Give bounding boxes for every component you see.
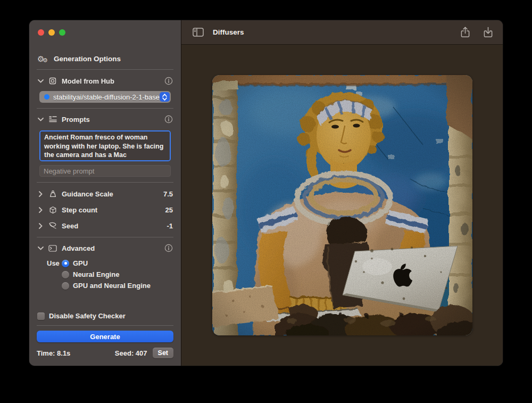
model-section-header[interactable]: Model from Hub bbox=[37, 74, 173, 88]
sidebar-toggle-icon bbox=[193, 28, 204, 37]
radio-neural-engine[interactable]: Neural Engine bbox=[62, 270, 151, 278]
status-bar: Time: 8.1s Seed: 407 Set bbox=[37, 348, 173, 358]
cube-steps-icon bbox=[48, 206, 57, 214]
chevron-down-icon bbox=[37, 118, 44, 121]
compute-unit-group: Use GPU Neural Engine GPU and Neural Eng… bbox=[37, 259, 173, 292]
seed-row[interactable]: Seed -1 bbox=[37, 219, 173, 233]
prompts-quote-icon bbox=[48, 116, 57, 123]
chevron-down-icon bbox=[37, 246, 44, 250]
seed-value: -1 bbox=[167, 222, 173, 230]
image-canvas bbox=[181, 45, 503, 366]
negative-prompt-input[interactable] bbox=[39, 165, 171, 177]
step-count-value: 25 bbox=[165, 206, 173, 214]
app-window: ⚙⚙ Generation Options Model from Hub sta… bbox=[29, 20, 503, 366]
sidebar: ⚙⚙ Generation Options Model from Hub sta… bbox=[29, 20, 181, 366]
set-seed-button[interactable]: Set bbox=[153, 348, 173, 358]
radio-selected-icon[interactable] bbox=[62, 260, 69, 267]
step-count-row[interactable]: Step count 25 bbox=[37, 203, 173, 217]
radio-unselected-icon[interactable] bbox=[62, 271, 69, 278]
guidance-scale-row[interactable]: Guidance Scale 7.5 bbox=[37, 187, 173, 201]
guidance-scale-value: 7.5 bbox=[163, 190, 173, 198]
main-area: Diffusers bbox=[181, 20, 503, 366]
zoom-window-button[interactable] bbox=[59, 29, 65, 36]
disable-safety-checker-row[interactable]: Disable Safety Checker bbox=[37, 312, 173, 320]
info-icon[interactable] bbox=[164, 77, 173, 85]
generation-time: Time: 8.1s bbox=[37, 349, 70, 357]
divider bbox=[37, 237, 173, 237]
divider bbox=[37, 108, 173, 109]
advanced-section-label: Advanced bbox=[62, 244, 95, 252]
chevron-down-icon bbox=[37, 79, 44, 83]
share-icon bbox=[461, 27, 470, 38]
window-title: Diffusers bbox=[213, 28, 244, 36]
prompts-section-label: Prompts bbox=[62, 116, 90, 124]
checkbox-unchecked-icon[interactable] bbox=[37, 312, 45, 320]
use-label: Use bbox=[47, 259, 62, 267]
prompts-section-header[interactable]: Prompts bbox=[37, 112, 173, 126]
chevron-right-icon bbox=[37, 207, 44, 213]
model-chip-icon bbox=[48, 77, 57, 85]
model-status-dot bbox=[44, 94, 49, 100]
share-button[interactable] bbox=[461, 27, 470, 38]
radio-gpu[interactable]: GPU bbox=[62, 259, 151, 267]
download-icon bbox=[484, 27, 493, 38]
scale-weight-icon bbox=[48, 190, 57, 198]
close-window-button[interactable] bbox=[38, 29, 44, 36]
model-select[interactable]: stabilityai/stable-diffusion-2-1-base bbox=[39, 91, 171, 103]
chevron-right-icon bbox=[37, 191, 44, 197]
window-controls bbox=[36, 20, 174, 36]
divider bbox=[37, 325, 173, 326]
terminal-icon bbox=[48, 245, 57, 252]
result-seed: Seed: 407 bbox=[115, 349, 147, 357]
seed-label: Seed bbox=[62, 222, 78, 230]
advanced-section-header[interactable]: Advanced bbox=[37, 241, 173, 255]
generation-options-header: ⚙⚙ Generation Options bbox=[37, 55, 173, 63]
generate-button[interactable]: Generate bbox=[37, 331, 173, 342]
leaf-seed-icon bbox=[48, 222, 57, 229]
info-icon[interactable] bbox=[164, 115, 173, 124]
divider bbox=[37, 69, 173, 70]
generated-image bbox=[212, 75, 472, 335]
save-image-button[interactable] bbox=[484, 27, 493, 38]
radio-gpu-and-neural-engine[interactable]: GPU and Neural Engine bbox=[62, 282, 151, 290]
sidebar-title: Generation Options bbox=[54, 55, 121, 63]
model-select-value: stabilityai/stable-diffusion-2-1-base bbox=[53, 93, 160, 101]
info-icon[interactable] bbox=[164, 244, 173, 252]
gears-icon: ⚙⚙ bbox=[37, 55, 49, 63]
step-count-label: Step count bbox=[62, 206, 97, 214]
prompt-input[interactable]: Ancient Roman fresco of woman working wi… bbox=[39, 130, 171, 161]
chevron-right-icon bbox=[37, 223, 44, 229]
disable-safety-checker-label: Disable Safety Checker bbox=[49, 312, 126, 320]
minimize-window-button[interactable] bbox=[48, 29, 55, 36]
select-stepper-icon[interactable] bbox=[160, 92, 170, 102]
sidebar-toggle-button[interactable] bbox=[193, 28, 204, 37]
titlebar: Diffusers bbox=[181, 20, 503, 45]
radio-unselected-icon[interactable] bbox=[62, 282, 69, 290]
model-section-label: Model from Hub bbox=[62, 77, 114, 85]
divider bbox=[37, 182, 173, 183]
guidance-scale-label: Guidance Scale bbox=[62, 190, 113, 198]
